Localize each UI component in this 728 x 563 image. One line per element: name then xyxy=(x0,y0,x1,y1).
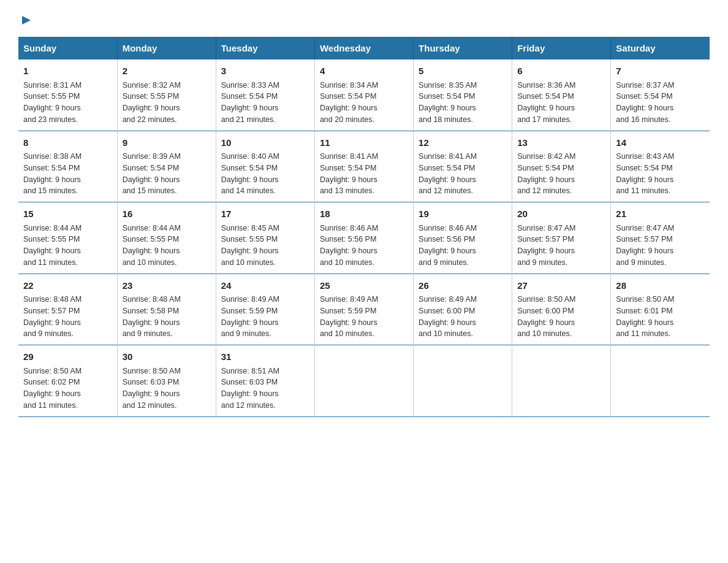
day-number: 13 xyxy=(517,136,605,150)
calendar-cell: 7Sunrise: 8:37 AMSunset: 5:54 PMDaylight… xyxy=(611,59,710,131)
day-number: 8 xyxy=(23,136,112,150)
daylight-value: Daylight: 9 hours xyxy=(221,247,279,255)
sunset-value: Sunset: 5:55 PM xyxy=(23,92,80,101)
daylight-value: Daylight: 9 hours xyxy=(616,175,673,184)
daylight-cont: and 11 minutes. xyxy=(616,186,670,195)
day-number: 19 xyxy=(419,207,507,221)
sunrise-value: Sunrise: 8:46 AM xyxy=(419,224,477,232)
daylight-value: Daylight: 9 hours xyxy=(123,175,180,184)
daylight-cont: and 12 minutes. xyxy=(123,401,177,410)
calendar-cell: 25Sunrise: 8:49 AMSunset: 5:59 PMDayligh… xyxy=(314,274,413,345)
sunset-value: Sunset: 5:54 PM xyxy=(517,92,574,101)
sunset-value: Sunset: 5:55 PM xyxy=(221,235,278,243)
day-number: 22 xyxy=(23,279,112,293)
col-header-thursday: Thursday xyxy=(414,37,512,59)
logo xyxy=(18,12,33,25)
day-number: 31 xyxy=(221,350,309,364)
daylight-cont: and 9 minutes. xyxy=(419,258,469,267)
sunset-value: Sunset: 5:57 PM xyxy=(23,307,80,315)
daylight-cont: and 10 minutes. xyxy=(320,329,374,338)
day-number: 2 xyxy=(123,64,211,79)
daylight-cont: and 10 minutes. xyxy=(517,329,572,338)
sunrise-value: Sunrise: 8:40 AM xyxy=(221,152,279,161)
calendar-cell: 3Sunrise: 8:33 AMSunset: 5:54 PMDaylight… xyxy=(216,59,314,131)
daylight-cont: and 9 minutes. xyxy=(517,258,567,267)
sunset-value: Sunset: 5:55 PM xyxy=(123,235,179,243)
daylight-value: Daylight: 9 hours xyxy=(517,318,575,327)
sunset-value: Sunset: 5:55 PM xyxy=(123,92,179,101)
daylight-cont: and 15 minutes. xyxy=(23,186,78,195)
sunrise-value: Sunrise: 8:39 AM xyxy=(123,152,181,161)
calendar-cell: 10Sunrise: 8:40 AMSunset: 5:54 PMDayligh… xyxy=(216,131,314,202)
sunrise-value: Sunrise: 8:46 AM xyxy=(320,224,378,232)
svg-marker-0 xyxy=(22,16,31,25)
day-number: 5 xyxy=(419,64,507,79)
daylight-cont: and 14 minutes. xyxy=(221,186,276,195)
calendar-cell: 19Sunrise: 8:46 AMSunset: 5:56 PMDayligh… xyxy=(414,202,512,274)
calendar-cell: 26Sunrise: 8:49 AMSunset: 6:00 PMDayligh… xyxy=(414,274,512,345)
daylight-cont: and 10 minutes. xyxy=(419,329,473,338)
sunrise-value: Sunrise: 8:44 AM xyxy=(23,224,82,232)
sunrise-value: Sunrise: 8:48 AM xyxy=(123,295,181,304)
sunrise-value: Sunrise: 8:47 AM xyxy=(616,224,674,232)
daylight-value: Daylight: 9 hours xyxy=(419,318,476,327)
daylight-cont: and 9 minutes. xyxy=(616,258,666,267)
daylight-cont: and 10 minutes. xyxy=(221,258,276,267)
calendar-cell: 24Sunrise: 8:49 AMSunset: 5:59 PMDayligh… xyxy=(216,274,314,345)
sunset-value: Sunset: 5:54 PM xyxy=(320,164,376,172)
daylight-value: Daylight: 9 hours xyxy=(320,175,377,184)
col-header-friday: Friday xyxy=(512,37,611,59)
sunset-value: Sunset: 6:00 PM xyxy=(517,307,574,315)
daylight-cont: and 23 minutes. xyxy=(23,115,78,124)
sunset-value: Sunset: 5:59 PM xyxy=(221,307,278,315)
day-number: 7 xyxy=(616,64,705,79)
sunrise-value: Sunrise: 8:36 AM xyxy=(517,81,575,90)
daylight-value: Daylight: 9 hours xyxy=(419,247,476,255)
day-number: 1 xyxy=(23,64,112,79)
daylight-cont: and 11 minutes. xyxy=(616,329,670,338)
day-number: 30 xyxy=(123,350,211,364)
daylight-value: Daylight: 9 hours xyxy=(616,104,673,112)
day-number: 9 xyxy=(123,136,211,150)
sunset-value: Sunset: 5:59 PM xyxy=(320,307,376,315)
sunset-value: Sunset: 6:00 PM xyxy=(419,307,475,315)
sunrise-value: Sunrise: 8:49 AM xyxy=(320,295,378,304)
daylight-value: Daylight: 9 hours xyxy=(517,104,575,112)
day-number: 25 xyxy=(320,279,408,293)
sunset-value: Sunset: 5:56 PM xyxy=(320,235,376,243)
calendar-cell: 22Sunrise: 8:48 AMSunset: 5:57 PMDayligh… xyxy=(18,274,117,345)
sunset-value: Sunset: 6:03 PM xyxy=(123,378,179,386)
sunset-value: Sunset: 5:54 PM xyxy=(616,92,672,101)
calendar-cell: 1Sunrise: 8:31 AMSunset: 5:55 PMDaylight… xyxy=(18,59,117,131)
day-number: 23 xyxy=(123,279,211,293)
col-header-sunday: Sunday xyxy=(18,37,117,59)
sunrise-value: Sunrise: 8:35 AM xyxy=(419,81,477,90)
day-number: 12 xyxy=(419,136,507,150)
daylight-value: Daylight: 9 hours xyxy=(23,389,81,398)
daylight-value: Daylight: 9 hours xyxy=(419,104,476,112)
day-number: 27 xyxy=(517,279,605,293)
daylight-cont: and 13 minutes. xyxy=(320,186,374,195)
sunset-value: Sunset: 6:01 PM xyxy=(616,307,672,315)
day-number: 21 xyxy=(616,207,705,221)
daylight-value: Daylight: 9 hours xyxy=(320,247,377,255)
daylight-cont: and 9 minutes. xyxy=(23,329,74,338)
calendar-cell xyxy=(314,345,413,417)
day-number: 14 xyxy=(616,136,705,150)
calendar-cell: 31Sunrise: 8:51 AMSunset: 6:03 PMDayligh… xyxy=(216,345,314,417)
col-header-saturday: Saturday xyxy=(611,37,710,59)
daylight-value: Daylight: 9 hours xyxy=(23,104,81,112)
calendar-header-row: SundayMondayTuesdayWednesdayThursdayFrid… xyxy=(18,37,710,59)
calendar-week-row: 29Sunrise: 8:50 AMSunset: 6:02 PMDayligh… xyxy=(18,345,710,417)
col-header-tuesday: Tuesday xyxy=(216,37,314,59)
sunrise-value: Sunrise: 8:34 AM xyxy=(320,81,378,90)
calendar-cell: 29Sunrise: 8:50 AMSunset: 6:02 PMDayligh… xyxy=(18,345,117,417)
calendar-cell xyxy=(611,345,710,417)
daylight-cont: and 9 minutes. xyxy=(123,329,173,338)
calendar-cell: 27Sunrise: 8:50 AMSunset: 6:00 PMDayligh… xyxy=(512,274,611,345)
calendar-cell: 6Sunrise: 8:36 AMSunset: 5:54 PMDaylight… xyxy=(512,59,611,131)
sunset-value: Sunset: 5:54 PM xyxy=(221,164,278,172)
calendar-cell: 13Sunrise: 8:42 AMSunset: 5:54 PMDayligh… xyxy=(512,131,611,202)
daylight-value: Daylight: 9 hours xyxy=(320,318,377,327)
daylight-value: Daylight: 9 hours xyxy=(221,389,279,398)
